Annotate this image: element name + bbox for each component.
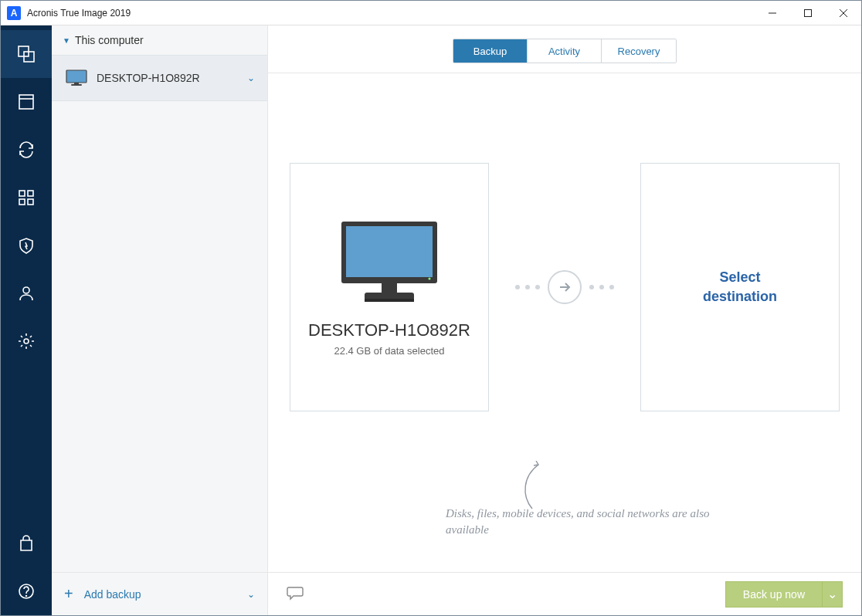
view-tabs: Backup Activity Recovery [453, 39, 677, 63]
backup-now-menu-button[interactable]: ⌄ [823, 581, 843, 608]
tab-activity[interactable]: Activity [528, 39, 602, 63]
app-logo-icon: A [7, 6, 21, 20]
monitor-large-icon [337, 218, 442, 306]
backup-item-name: DESKTOP-H1O892R [97, 72, 247, 84]
backup-icon [16, 44, 36, 64]
svg-rect-5 [28, 191, 33, 196]
arrow-circle-icon [548, 270, 582, 304]
sidebar-group-label: This computer [75, 34, 144, 46]
maximize-button[interactable] [790, 1, 826, 25]
source-subtitle: 22.4 GB of data selected [334, 345, 444, 357]
person-icon [17, 284, 36, 303]
backup-destination-panel[interactable]: Select destination [640, 163, 840, 411]
svg-point-9 [24, 339, 29, 344]
main-footer: Back up now ⌄ [268, 572, 861, 615]
svg-rect-13 [74, 83, 79, 84]
backup-now-button[interactable]: Back up now [725, 581, 823, 608]
nav-store[interactable] [1, 520, 52, 567]
svg-rect-4 [19, 191, 25, 196]
minimize-icon [769, 9, 776, 17]
source-title: DESKTOP-H1O892R [308, 320, 470, 340]
main-area: Backup Activity Recovery [268, 25, 861, 615]
nav-protection[interactable] [1, 222, 52, 269]
tab-recovery[interactable]: Recovery [602, 39, 676, 63]
plus-icon: + [64, 585, 73, 603]
feedback-button[interactable] [287, 585, 304, 604]
add-backup-label: Add backup [84, 588, 141, 601]
backup-now-button-group: Back up now ⌄ [725, 581, 843, 608]
nav-help[interactable] [1, 567, 52, 615]
svg-rect-3 [19, 95, 33, 109]
nav-sync[interactable] [1, 126, 52, 174]
close-icon [840, 9, 847, 17]
help-icon [17, 582, 36, 601]
sync-icon [17, 140, 36, 159]
nav-rail [1, 25, 52, 615]
app-window: A Acronis True Image 2019 [0, 0, 862, 616]
hint-text: Disks, files, mobile devices, and social… [446, 506, 755, 538]
archive-icon [17, 93, 36, 111]
chat-icon [287, 585, 304, 601]
svg-rect-0 [805, 9, 812, 16]
svg-point-20 [429, 277, 431, 279]
backup-list-item[interactable]: DESKTOP-H1O892R ⌄ [52, 55, 267, 101]
svg-point-11 [26, 596, 27, 597]
nav-tools[interactable] [1, 174, 52, 222]
window-title: Acronis True Image 2019 [27, 8, 131, 19]
destination-line1: Select [719, 268, 760, 287]
svg-rect-17 [382, 283, 397, 293]
shield-icon [17, 236, 36, 255]
sidebar-group-header[interactable]: ▼ This computer [52, 25, 267, 55]
maximize-icon [804, 9, 812, 17]
chevron-down-icon: ▼ [63, 36, 70, 45]
titlebar: A Acronis True Image 2019 [1, 1, 861, 25]
sidebar-footer: + Add backup ⌄ [52, 572, 267, 615]
backup-list-sidebar: ▼ This computer DESKTOP-H1O892R ⌄ + Add … [52, 25, 268, 615]
main-tabs-bar: Backup Activity Recovery [268, 25, 861, 73]
destination-line2: destination [703, 287, 777, 306]
nav-backup[interactable] [1, 30, 52, 78]
gear-icon [17, 332, 36, 350]
main-content: DESKTOP-H1O892R 22.4 GB of data selected… [268, 73, 861, 572]
flow-arrow [515, 270, 614, 304]
backup-item-menu-button[interactable]: ⌄ [247, 73, 255, 83]
tab-backup[interactable]: Backup [453, 39, 528, 63]
bag-icon [17, 534, 36, 553]
close-button[interactable] [826, 1, 861, 25]
svg-rect-16 [346, 226, 433, 277]
add-backup-button[interactable]: + Add backup [64, 585, 247, 603]
svg-rect-7 [28, 199, 33, 205]
svg-point-8 [23, 287, 29, 293]
svg-rect-14 [71, 84, 82, 86]
svg-rect-19 [365, 299, 414, 302]
nav-settings[interactable] [1, 317, 52, 365]
minimize-button[interactable] [755, 1, 790, 25]
monitor-icon [66, 69, 87, 86]
grid-icon [17, 188, 36, 207]
nav-account[interactable] [1, 269, 52, 317]
svg-rect-12 [66, 70, 87, 83]
nav-archive[interactable] [1, 78, 52, 126]
svg-rect-6 [19, 199, 25, 205]
backup-source-panel[interactable]: DESKTOP-H1O892R 22.4 GB of data selected [290, 163, 489, 411]
add-backup-menu-button[interactable]: ⌄ [247, 589, 255, 600]
